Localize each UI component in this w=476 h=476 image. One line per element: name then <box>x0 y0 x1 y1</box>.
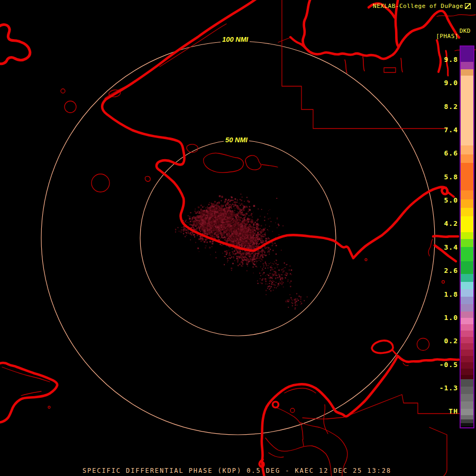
scale-label: 9.8 <box>426 56 458 64</box>
map-island-circle <box>442 281 445 283</box>
colorbar-segment <box>461 47 473 62</box>
colorbar-segment <box>461 337 473 343</box>
brand-header: NEXLAB-College of DuPage <box>373 3 471 10</box>
colorbar-segment <box>461 190 473 199</box>
colorbar-segment <box>461 379 473 387</box>
colorbar-segment <box>461 76 473 145</box>
colorbar-segment <box>461 362 473 369</box>
colorbar-segment <box>461 318 473 324</box>
scale-label: -0.5 <box>426 361 458 369</box>
map-island-circle <box>91 174 109 192</box>
map-line <box>285 388 316 393</box>
colorbar-segment <box>461 274 473 282</box>
map-line <box>372 341 393 353</box>
map-line <box>278 38 290 42</box>
map-line <box>363 57 364 71</box>
colorbar-segment <box>461 239 473 247</box>
colorbar-segment <box>461 350 473 356</box>
scale-label: 0.2 <box>426 337 458 345</box>
scale-label: 1.8 <box>426 290 458 299</box>
radar-echo-layer <box>175 194 308 309</box>
colorbar-segment <box>461 261 473 274</box>
map-line <box>282 0 447 129</box>
map-line <box>429 427 447 476</box>
range-ring-label-50nmi: 50 NMI <box>224 136 249 144</box>
map-island-circle <box>65 101 76 113</box>
colorbar-segment <box>461 331 473 337</box>
map-island-circle <box>290 408 295 413</box>
map-line <box>245 155 261 170</box>
colorbar-segment <box>461 163 473 190</box>
scale-label: 8.2 <box>426 103 458 111</box>
map-line <box>401 58 402 72</box>
scale-label: 3.4 <box>426 243 458 252</box>
product-code-label: DKD <box>460 28 471 34</box>
range-ring-label-100nmi: 100 NMI <box>221 35 250 43</box>
colorbar-segment <box>461 208 473 216</box>
map-line <box>345 60 347 73</box>
map-line <box>0 25 30 64</box>
colorbar-segment <box>461 199 473 208</box>
map-line <box>303 440 304 446</box>
scale-label: -1.3 <box>426 384 458 392</box>
colorbar-segment <box>461 423 473 426</box>
colorbar-segment <box>461 369 473 375</box>
product-units-label: [PHAS] <box>436 33 459 40</box>
scale-label: 1.0 <box>426 314 458 322</box>
scale-label: 2.6 <box>426 267 458 275</box>
colorbar-segment <box>461 312 473 318</box>
map-line <box>437 15 475 16</box>
map-line <box>433 236 458 237</box>
colorbar-segment <box>461 401 473 409</box>
map-island-circle <box>61 89 65 93</box>
colorbar-segment <box>461 145 473 154</box>
scale-label: 6.6 <box>426 149 458 158</box>
map-line <box>262 356 459 476</box>
map-line <box>0 363 57 423</box>
map-island-circle <box>273 402 279 408</box>
map-line <box>145 176 150 181</box>
brand-text: NEXLAB-College of DuPage <box>373 3 463 10</box>
map-line <box>160 24 226 67</box>
map-island-circle <box>365 259 367 261</box>
colorbar-segment <box>461 62 473 69</box>
color-scale-bar <box>460 45 474 428</box>
scale-label: 5.0 <box>426 196 458 205</box>
map-line <box>262 164 278 167</box>
map-line <box>204 153 244 172</box>
cod-logo-icon <box>465 3 471 9</box>
scale-label: TH <box>426 407 458 416</box>
colorbar-segment <box>461 356 473 362</box>
map-line <box>275 407 303 440</box>
colorbar-segment <box>461 415 473 419</box>
colorbar-segment <box>461 247 473 261</box>
map-island-circle <box>48 406 50 408</box>
colorbar-segment <box>461 282 473 289</box>
colorbar-segment <box>461 304 473 312</box>
colorbar-segment <box>461 419 473 423</box>
colorbar-segment <box>461 343 473 350</box>
product-title-footer: SPECIFIC DIFFERENTIAL PHASE (KDP) 0.5 DE… <box>83 467 391 474</box>
colorbar-segment <box>461 154 473 163</box>
scale-label: 4.2 <box>426 219 458 228</box>
map-line <box>21 391 41 396</box>
colorbar-segment <box>461 216 473 232</box>
map-line <box>392 350 397 355</box>
colorbar-segment <box>461 394 473 401</box>
map-line <box>384 68 396 72</box>
map-line <box>403 363 408 365</box>
colorbar-segment <box>461 69 473 76</box>
colorbar-segment <box>461 232 473 239</box>
map-line <box>269 453 283 457</box>
colorbar-segment <box>461 375 473 379</box>
colorbar-segment <box>461 324 473 331</box>
map-line <box>290 37 308 50</box>
scale-label: 5.8 <box>426 173 458 181</box>
scale-label: 7.4 <box>426 126 458 134</box>
radar-map-canvas <box>0 0 476 476</box>
radar-display: 100 NMI 50 NMI NEXLAB-College of DuPage … <box>0 0 476 476</box>
colorbar-segment <box>461 297 473 304</box>
scale-label: 9.0 <box>426 79 458 87</box>
colorbar-segment <box>461 409 473 415</box>
colorbar-segment <box>461 289 473 297</box>
